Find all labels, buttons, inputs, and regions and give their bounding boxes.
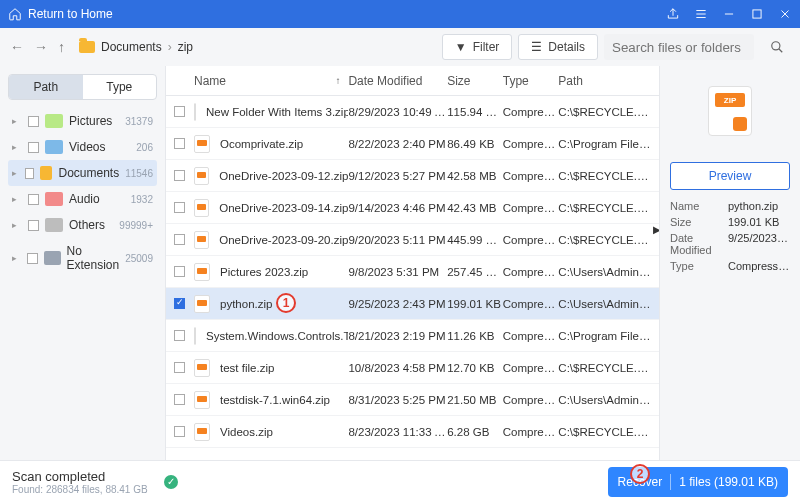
sidebar-item-others[interactable]: ▸ Others 99999+ xyxy=(8,212,157,238)
file-path: C:\Users\Adminis... xyxy=(558,298,651,310)
file-size: 199.01 KB xyxy=(447,298,503,310)
table-row[interactable]: New Folder With Items 3.zip 8/29/2023 10… xyxy=(166,96,659,128)
table-row[interactable]: OneDrive-2023-09-20.zip 9/20/2023 5:11 P… xyxy=(166,224,659,256)
meta-row: Size199.01 KB xyxy=(670,216,790,228)
row-checkbox[interactable] xyxy=(174,170,185,181)
recover-label: Recover xyxy=(618,475,663,489)
col-type[interactable]: Type xyxy=(503,74,559,88)
category-checkbox[interactable] xyxy=(27,253,37,264)
meta-value: python.zip xyxy=(728,200,790,212)
table-row[interactable]: OneDrive-2023-09-12.zip 9/12/2023 5:27 P… xyxy=(166,160,659,192)
category-checkbox[interactable] xyxy=(28,194,39,205)
meta-value: 9/25/2023 2:43... xyxy=(728,232,790,256)
tab-path[interactable]: Path xyxy=(9,75,83,99)
row-checkbox[interactable] xyxy=(174,426,185,437)
table-row[interactable]: OneDrive-2023-09-14.zip 9/14/2023 4:46 P… xyxy=(166,192,659,224)
meta-row: Date Modified9/25/2023 2:43... xyxy=(670,232,790,256)
col-size[interactable]: Size xyxy=(447,74,503,88)
sidebar-item-audio[interactable]: ▸ Audio 1932 xyxy=(8,186,157,212)
sidebar-item-no-extension[interactable]: ▸ No Extension 25009 xyxy=(8,238,157,278)
maximize-icon[interactable] xyxy=(750,7,764,21)
list-icon: ☰ xyxy=(531,40,542,54)
table-row[interactable]: Ocomprivate.zip 8/22/2023 2:40 PM 86.49 … xyxy=(166,128,659,160)
close-icon[interactable] xyxy=(778,7,792,21)
file-path: C:\$RECYCLE.BIN xyxy=(558,362,651,374)
tab-type[interactable]: Type xyxy=(83,75,157,99)
minimize-icon[interactable] xyxy=(722,7,736,21)
meta-key: Size xyxy=(670,216,728,228)
row-checkbox[interactable] xyxy=(174,138,185,149)
search-input[interactable] xyxy=(604,34,754,60)
details-button[interactable]: ☰ Details xyxy=(518,34,598,60)
zip-file-icon xyxy=(194,167,209,185)
breadcrumb-item[interactable]: Documents xyxy=(101,40,162,54)
file-date: 9/14/2023 4:46 PM xyxy=(348,202,447,214)
table-row[interactable]: Pictures 2023.zip 9/8/2023 5:31 PM 257.4… xyxy=(166,256,659,288)
filter-button[interactable]: ▼ Filter xyxy=(442,34,513,60)
file-name: testdisk-7.1.win64.zip xyxy=(220,394,330,406)
row-checkbox[interactable] xyxy=(174,330,185,341)
expand-handle-icon[interactable]: ▶ xyxy=(653,224,660,235)
sidebar-item-videos[interactable]: ▸ Videos 206 xyxy=(8,134,157,160)
table-row[interactable]: test file.zip 10/8/2023 4:58 PM 12.70 KB… xyxy=(166,352,659,384)
file-size: 42.58 MB xyxy=(447,170,503,182)
breadcrumb[interactable]: Documents › zip xyxy=(79,40,436,54)
table-row[interactable]: testdisk-7.1.win64.zip 8/31/2023 5:25 PM… xyxy=(166,384,659,416)
menu-icon[interactable] xyxy=(694,7,708,21)
row-checkbox[interactable] xyxy=(174,106,185,117)
breadcrumb-item[interactable]: zip xyxy=(178,40,193,54)
row-checkbox[interactable] xyxy=(174,298,185,309)
titlebar: Return to Home xyxy=(0,0,800,28)
return-home-button[interactable]: Return to Home xyxy=(8,7,113,21)
meta-row: Namepython.zip xyxy=(670,200,790,212)
row-checkbox[interactable] xyxy=(174,234,185,245)
category-checkbox[interactable] xyxy=(28,142,39,153)
preview-button[interactable]: Preview xyxy=(670,162,790,190)
file-date: 9/12/2023 5:27 PM xyxy=(348,170,447,182)
home-icon xyxy=(8,7,22,21)
row-checkbox[interactable] xyxy=(174,266,185,277)
file-type: Compress... xyxy=(503,426,559,438)
file-date: 9/25/2023 2:43 PM xyxy=(348,298,447,310)
recover-button[interactable]: Recover 1 files (199.01 KB) xyxy=(608,467,788,497)
pic-thumb-icon xyxy=(45,114,63,128)
sidebar-item-pictures[interactable]: ▸ Pictures 31379 xyxy=(8,108,157,134)
search-icon[interactable] xyxy=(764,34,790,60)
meta-value: 199.01 KB xyxy=(728,216,790,228)
nav-back-icon[interactable]: ← xyxy=(10,39,24,55)
lock-icon xyxy=(733,117,747,131)
row-checkbox[interactable] xyxy=(174,202,185,213)
file-date: 10/8/2023 4:58 PM xyxy=(348,362,447,374)
category-checkbox[interactable] xyxy=(25,168,33,179)
nav-up-icon[interactable]: ↑ xyxy=(58,39,65,55)
aud-thumb-icon xyxy=(45,192,63,206)
row-checkbox[interactable] xyxy=(174,394,185,405)
category-checkbox[interactable] xyxy=(28,116,39,127)
sidebar: Path Type ▸ Pictures 31379▸ Videos 206▸ … xyxy=(0,66,165,460)
table-row[interactable]: System.Windows.Controls.Themin... 8/21/2… xyxy=(166,320,659,352)
file-path: C:\$RECYCLE.BIN xyxy=(558,202,651,214)
zip-file-icon xyxy=(194,327,196,345)
file-size: 11.26 KB xyxy=(447,330,503,342)
table-row[interactable]: Videos.zip 8/23/2023 11:33 AM 6.28 GB Co… xyxy=(166,416,659,448)
file-type: Compress... xyxy=(503,362,559,374)
col-name[interactable]: Name xyxy=(194,74,226,88)
file-size: 42.43 MB xyxy=(447,202,503,214)
share-icon[interactable] xyxy=(666,7,680,21)
zip-file-icon xyxy=(194,423,210,441)
sort-asc-icon[interactable]: ↑ xyxy=(335,75,340,86)
zip-file-icon xyxy=(194,295,210,313)
sidebar-item-documents[interactable]: ▸ Documents 11546 xyxy=(8,160,157,186)
file-path: C:\Users\Adminis... xyxy=(558,394,651,406)
file-path: C:\$RECYCLE.BIN xyxy=(558,170,651,182)
table-row[interactable]: python.zip 9/25/2023 2:43 PM 199.01 KB C… xyxy=(166,288,659,320)
nav-forward-icon[interactable]: → xyxy=(34,39,48,55)
category-checkbox[interactable] xyxy=(28,220,39,231)
col-path[interactable]: Path xyxy=(558,74,651,88)
col-date[interactable]: Date Modified xyxy=(348,74,447,88)
table-header: Name↑ Date Modified Size Type Path xyxy=(166,66,659,96)
category-label: Documents xyxy=(58,166,119,180)
row-checkbox[interactable] xyxy=(174,362,185,373)
filter-label: Filter xyxy=(473,40,500,54)
zip-file-icon xyxy=(194,359,210,377)
